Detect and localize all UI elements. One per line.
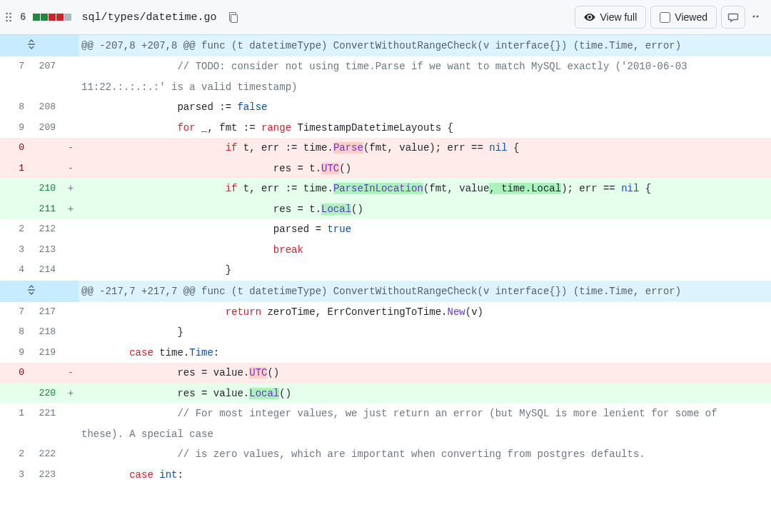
code-cell: return zeroTime, ErrConvertingToTime.New… — [79, 302, 771, 323]
copy-path-button[interactable] — [223, 7, 243, 27]
diff-line-added: 220 + res = value.Local() — [0, 383, 771, 404]
line-num-new[interactable]: 207 — [31, 56, 63, 97]
viewed-toggle[interactable]: Viewed — [650, 6, 717, 29]
line-num-old[interactable]: 8 — [0, 97, 31, 118]
line-num-new[interactable]: 218 — [31, 322, 63, 343]
line-num-old[interactable]: 3 — [0, 465, 31, 486]
diff-line: 3 213 break — [0, 240, 771, 261]
hunk-header: @@ -207,8 +207,8 @@ func (t datetimeType… — [0, 35, 771, 56]
code-cell: for _, fmt := range TimestampDatetimeLay… — [79, 118, 771, 139]
line-num-new[interactable]: 210 — [31, 179, 63, 199]
diff-line: 7 207 // TODO: consider not using time.P… — [0, 56, 771, 97]
diff-marker-plus: + — [63, 383, 79, 404]
line-num-new[interactable]: 214 — [31, 260, 63, 281]
line-num-old[interactable]: 7 — [0, 302, 31, 323]
file-header: 6 sql/types/datetime.go View full Viewed — [0, 0, 771, 35]
diff-line-deleted: 0 - res = value.UTC() — [0, 363, 771, 383]
line-num-old[interactable]: 0 — [0, 138, 31, 159]
line-num-old[interactable]: 1 — [0, 159, 31, 179]
diff-line: 8 208 parsed := false — [0, 97, 771, 118]
diff-marker-plus: + — [63, 199, 79, 220]
line-num-old[interactable]: 4 — [0, 260, 31, 281]
line-num-new[interactable]: 222 — [31, 444, 63, 465]
line-num-old[interactable]: 0 — [0, 363, 31, 383]
line-num-old[interactable]: 2 — [0, 444, 31, 465]
changes-count: 6 — [20, 11, 26, 23]
line-num-new[interactable]: 209 — [31, 118, 63, 139]
eye-icon — [584, 11, 595, 23]
line-num-new[interactable]: 217 — [31, 302, 63, 323]
diffstat-add-block — [33, 14, 40, 21]
diff-line-deleted: 0 - if t, err := time.Parse(fmt, value);… — [0, 138, 771, 159]
diffstat-neutral-block — [64, 14, 71, 21]
line-num-new[interactable]: 223 — [31, 465, 63, 486]
code-cell: res = value.Local() — [79, 383, 771, 404]
diff-line-deleted: 1 - res = t.UTC() — [0, 159, 771, 179]
code-cell: // For most integer values, we just retu… — [79, 403, 771, 444]
line-num-old[interactable]: 7 — [0, 56, 31, 97]
line-num-new[interactable]: 211 — [31, 199, 63, 220]
line-num-old[interactable]: 1 — [0, 403, 31, 444]
svg-point-1 — [9, 13, 11, 15]
svg-point-6 — [752, 15, 755, 17]
expand-hunk-button[interactable] — [0, 35, 63, 56]
line-num-new[interactable]: 208 — [31, 97, 63, 118]
diff-line: 9 219 case time.Time: — [0, 343, 771, 363]
viewed-checkbox-icon — [660, 12, 670, 23]
code-cell: case int: — [79, 465, 771, 486]
svg-point-0 — [6, 13, 8, 15]
diffstat-del-block — [49, 14, 56, 21]
line-num-old[interactable]: 9 — [0, 343, 31, 363]
diff-line: 8 218 } — [0, 322, 771, 343]
line-num-new[interactable]: 212 — [31, 219, 63, 240]
svg-point-7 — [756, 15, 758, 17]
comment-button[interactable] — [721, 6, 745, 29]
line-num-old[interactable]: 9 — [0, 118, 31, 139]
diff-marker-plus: + — [63, 179, 79, 199]
line-num-old[interactable]: 3 — [0, 240, 31, 261]
code-cell: // is zero values, which are important w… — [79, 444, 771, 465]
overflow-icon[interactable] — [752, 11, 762, 24]
diff-line: 7 217 return zeroTime, ErrConvertingToTi… — [0, 302, 771, 323]
svg-point-5 — [9, 20, 11, 22]
diff-line: 3 223 case int: — [0, 465, 771, 486]
diff-line: 2 212 parsed = true — [0, 219, 771, 240]
viewed-label: Viewed — [675, 11, 707, 23]
line-num-new[interactable]: 213 — [31, 240, 63, 261]
line-num-new[interactable]: 219 — [31, 343, 63, 363]
unfold-icon — [26, 39, 37, 50]
code-cell: parsed = true — [79, 219, 771, 240]
diff-line: 9 209 for _, fmt := range TimestampDatet… — [0, 118, 771, 139]
diff-table: @@ -207,8 +207,8 @@ func (t datetimeType… — [0, 35, 771, 485]
svg-point-3 — [9, 16, 11, 19]
svg-point-2 — [6, 16, 8, 19]
line-num-old[interactable]: 2 — [0, 219, 31, 240]
code-cell: // TODO: consider not using time.Parse i… — [79, 56, 771, 97]
code-cell: } — [79, 260, 771, 281]
hunk-header: @@ -217,7 +217,7 @@ func (t datetimeType… — [0, 281, 771, 302]
code-cell: } — [79, 322, 771, 343]
comment-icon — [727, 11, 739, 23]
code-cell: res = t.UTC() — [79, 159, 771, 179]
expand-hunk-button[interactable] — [0, 281, 63, 302]
view-full-label: View full — [600, 11, 637, 23]
hunk-header-text: @@ -207,8 +207,8 @@ func (t datetimeType… — [79, 35, 771, 56]
code-cell: parsed := false — [79, 97, 771, 118]
diff-marker-minus: - — [63, 159, 79, 179]
code-cell: res = t.Local() — [79, 199, 771, 220]
line-num-new[interactable]: 220 — [31, 383, 63, 404]
diffstat-del-block — [56, 14, 64, 21]
line-num-old[interactable]: 8 — [0, 322, 31, 343]
file-path-link[interactable]: sql/types/datetime.go — [81, 11, 216, 24]
hunk-header-text: @@ -217,7 +217,7 @@ func (t datetimeType… — [79, 281, 771, 302]
line-num-new[interactable]: 221 — [31, 403, 63, 444]
diff-line: 1 221 // For most integer values, we jus… — [0, 403, 771, 444]
diff-marker-minus: - — [63, 363, 79, 383]
svg-point-4 — [6, 20, 8, 22]
unfold-icon — [26, 284, 37, 296]
code-cell: if t, err := time.Parse(fmt, value); err… — [79, 138, 771, 159]
drag-handle-icon[interactable] — [3, 11, 14, 23]
code-cell: if t, err := time.ParseInLocation(fmt, v… — [79, 179, 771, 199]
diff-line-added: 211 + res = t.Local() — [0, 199, 771, 220]
view-full-button[interactable]: View full — [575, 6, 646, 29]
